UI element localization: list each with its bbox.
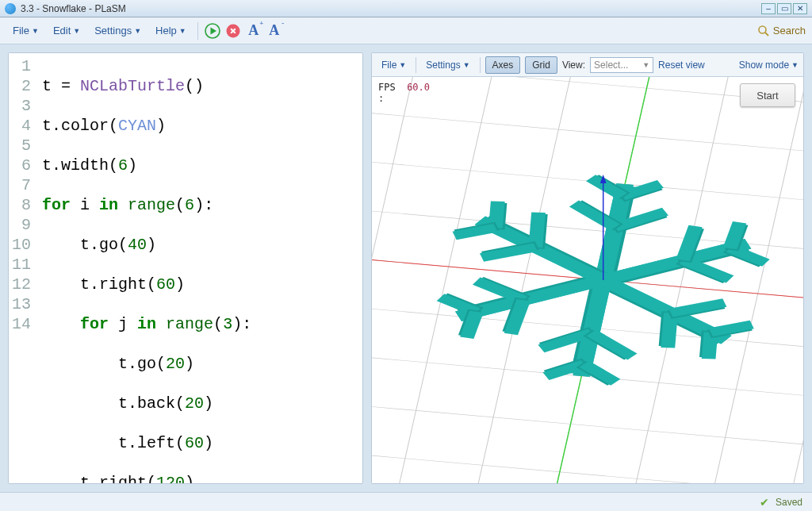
stop-icon[interactable] bbox=[224, 21, 243, 40]
svg-line-20 bbox=[372, 102, 803, 170]
svg-line-19 bbox=[372, 77, 803, 122]
app-icon bbox=[5, 3, 16, 14]
search-icon bbox=[757, 25, 770, 37]
menubar: File▼ Edit▼ Settings▼ Help▼ A+ A- Search bbox=[0, 17, 812, 44]
settings-menu[interactable]: Settings▼ bbox=[88, 21, 147, 40]
svg-line-37 bbox=[781, 77, 803, 483]
view-select[interactable]: Select...▼ bbox=[590, 57, 653, 73]
svg-point-5 bbox=[759, 26, 766, 33]
maximize-button[interactable]: ▭ bbox=[777, 3, 791, 14]
reset-view-button[interactable]: Reset view bbox=[658, 60, 705, 71]
search-label: Search bbox=[773, 25, 806, 36]
svg-marker-1 bbox=[210, 27, 216, 34]
saved-label: Saved bbox=[776, 497, 802, 508]
close-button[interactable]: ✕ bbox=[793, 3, 807, 14]
fps-display: FPS 60.0: bbox=[378, 82, 430, 104]
divider bbox=[197, 22, 198, 40]
axes-toggle[interactable]: Axes bbox=[485, 56, 521, 74]
svg-line-6 bbox=[765, 33, 768, 36]
window-buttons: – ▭ ✕ bbox=[761, 3, 807, 14]
help-menu[interactable]: Help▼ bbox=[149, 21, 193, 40]
view-label: View: bbox=[562, 60, 585, 71]
search-button[interactable]: Search bbox=[757, 25, 806, 37]
viewer-toolbar: File▼ Settings▼ Axes Grid View: Select..… bbox=[372, 53, 803, 77]
viewer-file-menu[interactable]: File▼ bbox=[377, 57, 411, 73]
grid-toggle[interactable]: Grid bbox=[525, 56, 557, 74]
workspace: 1234567891011121314 t = NCLabTurtle() t.… bbox=[0, 44, 812, 492]
svg-line-31 bbox=[372, 77, 426, 483]
render-svg bbox=[372, 77, 803, 483]
viewer-panel: File▼ Settings▼ Axes Grid View: Select..… bbox=[371, 52, 804, 484]
statusbar: ✔ Saved bbox=[0, 492, 812, 511]
viewer-canvas[interactable]: FPS 60.0: Start bbox=[372, 77, 803, 483]
svg-line-26 bbox=[372, 390, 803, 458]
minimize-button[interactable]: – bbox=[761, 3, 776, 14]
line-gutter: 1234567891011121314 bbox=[9, 53, 37, 484]
viewer-settings-menu[interactable]: Settings▼ bbox=[421, 57, 474, 73]
file-menu[interactable]: File▼ bbox=[6, 21, 45, 40]
font-decrease-icon[interactable]: A- bbox=[265, 21, 284, 40]
font-increase-icon[interactable]: A+ bbox=[244, 21, 263, 40]
code-editor[interactable]: 1234567891011121314 t = NCLabTurtle() t.… bbox=[8, 52, 363, 484]
start-button[interactable]: Start bbox=[740, 83, 795, 107]
window-title: 3.3 - Snowflake - PLaSM bbox=[21, 3, 126, 14]
edit-menu[interactable]: Edit▼ bbox=[47, 21, 86, 40]
titlebar: 3.3 - Snowflake - PLaSM – ▭ ✕ bbox=[0, 0, 812, 17]
run-icon[interactable] bbox=[203, 21, 222, 40]
show-mode-menu[interactable]: Show mode▼ bbox=[739, 60, 799, 71]
svg-line-27 bbox=[372, 438, 803, 483]
code-content[interactable]: t = NCLabTurtle() t.color(CYAN) t.width(… bbox=[37, 53, 256, 484]
check-icon: ✔ bbox=[760, 496, 769, 509]
